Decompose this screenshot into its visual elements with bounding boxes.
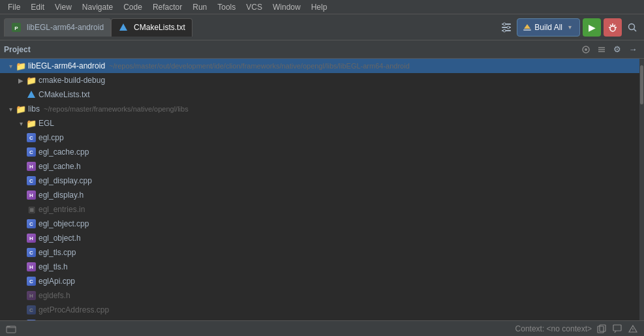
statusbar-right: Context: <no context> [515,323,639,335]
tree-item-cmakelists[interactable]: CMakeLists.txt [0,87,639,102]
expand-root[interactable]: ▾ [5,61,16,71]
menu-view[interactable]: View [50,1,77,13]
panel-close-icon[interactable]: → [626,42,640,57]
tree-item-egl-cache-cpp[interactable]: C egl_cache.cpp [0,145,639,159]
svg-point-20 [585,48,587,51]
tree-item-cmake-build-debug[interactable]: ▶ 📁 cmake-build-debug [0,73,639,87]
tree-item-egl-tls-cpp[interactable]: C egl_tls.cpp [0,245,639,260]
tree-item-egl-object-cpp[interactable]: C egl_object.cpp [0,217,639,231]
svg-point-11 [610,26,615,31]
build-all-label: Build All [534,23,562,32]
toolbar: P libEGL-arm64-android CMakeLists.txt [0,14,644,40]
cpp-icon-getProcAddress: C [26,305,37,315]
tree-root-path: ~/repos/master/out/development/ide/clion… [109,62,410,70]
egl-object-h-label: egl_object.h [38,234,81,243]
menu-tools[interactable]: Tools [212,1,241,13]
statusbar-folder-icon[interactable] [5,323,17,335]
menu-window[interactable]: Window [268,1,306,13]
egl-display-h-label: egl_display.h [38,191,84,200]
context-label: Context: <no context> [515,324,592,333]
search-button[interactable] [624,20,640,35]
panel-settings-icon[interactable] [579,42,593,57]
toolbar-right: Build All ▾ ▶ [498,18,640,37]
svg-marker-24 [27,91,35,98]
scrollbar[interactable] [639,59,644,320]
statusbar-copy-icon[interactable] [596,323,607,335]
statusbar-chat-icon[interactable] [611,323,623,335]
cpp-icon-egl-object: C [26,219,37,229]
tree-item-egl-cache-h[interactable]: H egl_cache.h [0,159,639,174]
svg-line-14 [614,25,615,26]
run-button[interactable]: ▶ [583,18,601,37]
svg-marker-2 [119,23,127,31]
menu-run[interactable]: Run [187,1,212,13]
egldefs-h-label: egldefs.h [38,291,70,300]
svg-rect-28 [613,325,621,331]
egl-tls-h-label: egl_tls.h [38,262,68,271]
tab-project-label: libEGL-arm64-android [27,23,104,32]
tree-item-egl-display-cpp[interactable]: C egl_display.cpp [0,174,639,188]
menu-refactor[interactable]: Refactor [147,1,187,13]
menu-vcs[interactable]: VCS [241,1,268,13]
statusbar: Context: <no context> [0,320,644,336]
tree-item-getProcAddress-cpp[interactable]: C getProcAddress.cpp [0,303,639,317]
panel-collapse-icon[interactable] [594,42,609,57]
h-icon-egl-cache: H [26,161,37,172]
cmake-file-icon [26,89,37,100]
egl-cache-h-label: egl_cache.h [38,162,81,171]
project-tree[interactable]: ▾ 📁 libEGL-arm64-android ~/repos/master/… [0,59,639,320]
build-dropdown-arrow[interactable]: ▾ [565,23,574,32]
main-content: ▾ 📁 libEGL-arm64-android ~/repos/master/… [0,59,644,320]
tree-item-egl-object-h[interactable]: H egl_object.h [0,231,639,245]
tree-item-libs[interactable]: ▾ 📁 libs ~/repos/master/frameworks/nativ… [0,102,639,116]
menu-navigate[interactable]: Navigate [77,1,118,13]
tree-item-egl-entries-in[interactable]: ▣ egl_entries.in [0,202,639,217]
menu-help[interactable]: Help [306,1,333,13]
menu-file[interactable]: File [3,1,25,13]
project-panel-header: Project ⚙ → [0,40,644,59]
h-icon-egl-object: H [26,233,37,243]
folder-icon-EGL: 📁 [26,118,37,129]
tab-bar: P libEGL-arm64-android CMakeLists.txt [4,18,249,37]
expand-EGL[interactable]: ▾ [16,118,26,129]
build-all-button[interactable]: Build All ▾ [517,18,580,37]
menubar: File Edit View Navigate Code Refactor Ru… [0,0,644,14]
h-icon-egl-tls: H [26,262,37,272]
scrollbar-thumb[interactable] [640,65,643,104]
menu-code[interactable]: Code [118,1,147,13]
tree-item-egldefs-h[interactable]: H egldefs.h [0,288,639,303]
tree-item-egl-cpp[interactable]: C egl.cpp [0,130,639,145]
expand-cmake-build[interactable]: ▶ [16,75,26,85]
h-icon-egldefs: H [26,290,37,301]
debug-button[interactable] [604,18,622,37]
tree-item-egl-tls-h[interactable]: H egl_tls.h [0,260,639,274]
tree-item-root[interactable]: ▾ 📁 libEGL-arm64-android ~/repos/master/… [0,59,639,73]
svg-point-7 [507,26,510,29]
cpp-icon-egl-display: C [26,176,37,186]
egl-cpp-label: egl.cpp [38,133,64,142]
tab-project[interactable]: P libEGL-arm64-android [4,18,111,37]
project-panel-icons: ⚙ → [579,42,640,57]
tree-item-egl-display-h[interactable]: H egl_display.h [0,188,639,202]
toolbar-settings-icon[interactable] [498,20,514,35]
tab-cmake[interactable]: CMakeLists.txt [111,18,192,37]
expand-libs[interactable]: ▾ [5,104,16,114]
svg-text:P: P [14,25,18,31]
egl-display-cpp-label: egl_display.cpp [38,176,92,185]
svg-point-6 [503,23,506,25]
tree-item-EGL[interactable]: ▾ 📁 EGL [0,116,639,130]
statusbar-left [5,323,17,335]
svg-point-8 [503,29,506,32]
egl-tls-cpp-label: egl_tls.cpp [38,248,76,257]
getProcAddress-cpp-label: getProcAddress.cpp [38,305,109,314]
libs-label: libs [28,104,40,114]
cmake-icon [118,22,129,33]
tab-cmake-label: CMakeLists.txt [134,23,185,32]
tree-item-eglApi-cpp[interactable]: C eglApi.cpp [0,274,639,288]
panel-gear-icon[interactable]: ⚙ [610,42,624,57]
svg-marker-10 [524,24,530,29]
cpp-icon-eglApi: C [26,276,37,286]
statusbar-warning-icon[interactable] [627,323,639,335]
menu-edit[interactable]: Edit [25,1,50,13]
cpp-icon-egl-tls: C [26,247,37,258]
